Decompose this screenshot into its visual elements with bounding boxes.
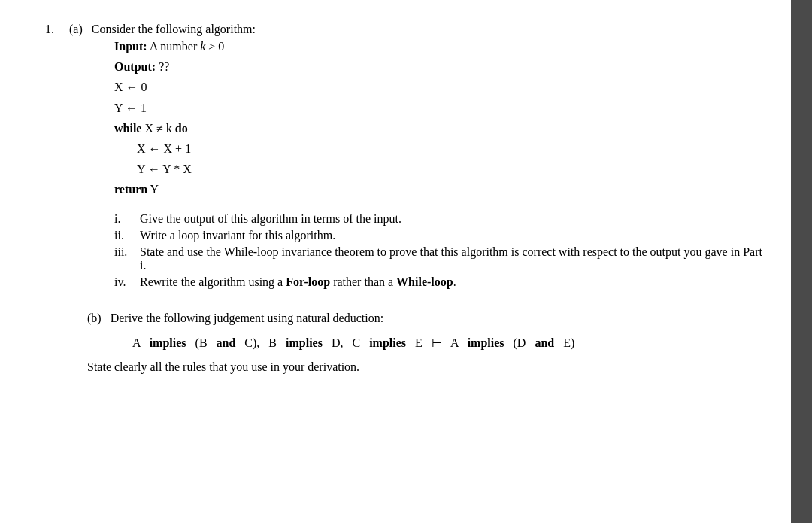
- loop-x-assign: X ← X + 1: [137, 142, 191, 155]
- part-b-title: (b) Derive the following judgement using…: [87, 312, 767, 325]
- question-content: (a) Consider the following algorithm: In…: [69, 23, 767, 374]
- j-paren1-close: C),: [244, 336, 259, 349]
- algo-return-line: return Y: [114, 179, 767, 199]
- while-loop-bold: While-loop: [396, 275, 453, 288]
- sub-q-iv-label: iv.: [114, 275, 135, 289]
- input-condition: ≥ 0: [205, 40, 224, 53]
- algo-y-assign: Y ← 1: [114, 98, 767, 118]
- algo-x-assign: X ← 0: [114, 77, 767, 97]
- part-a-label: (a) Consider the following algorithm:: [69, 23, 256, 35]
- sub-q-ii-text: Write a loop invariant for this algorith…: [140, 229, 767, 242]
- j-C: C: [352, 336, 360, 349]
- while-cond-k: k: [163, 122, 172, 135]
- for-loop-bold: For-loop: [286, 275, 330, 288]
- sub-q-iv-text: Rewrite the algorithm using a For-loop r…: [140, 275, 767, 289]
- sub-questions: i. Give the output of this algorithm in …: [114, 212, 767, 289]
- state-text: State clearly all the rules that you use…: [87, 360, 767, 374]
- sub-q-i-text: Give the output of this algorithm in ter…: [140, 212, 767, 226]
- j-implies3: implies: [369, 336, 406, 349]
- sub-q-iii-text: State and use the While-loop invariance …: [140, 245, 767, 272]
- sub-q-iii: iii. State and use the While-loop invari…: [114, 245, 767, 272]
- j-E: E: [415, 336, 423, 349]
- algo-while-line: while X ≠ k do: [114, 118, 767, 138]
- j-B: B: [268, 336, 277, 349]
- input-text: A number: [147, 40, 201, 53]
- output-label: Output:: [114, 60, 156, 73]
- question-block: 1. (a) Consider the following algorithm:…: [45, 23, 767, 374]
- algo-loop-line2: Y ← Y * X: [137, 159, 767, 179]
- sub-q-ii: ii. Write a loop invariant for this algo…: [114, 229, 767, 242]
- j-implies2: implies: [286, 336, 323, 349]
- return-var: Y: [147, 183, 159, 196]
- algo-loop-line1: X ← X + 1: [137, 138, 767, 159]
- j-implies1: implies: [150, 336, 186, 349]
- j-A2: A: [450, 336, 459, 349]
- algo-output-line: Output: ??: [114, 56, 767, 77]
- sub-q-i-label: i.: [114, 212, 135, 226]
- sub-q-ii-label: ii.: [114, 229, 135, 242]
- sub-q-iii-label: iii.: [114, 245, 135, 259]
- j-D: D,: [332, 336, 344, 349]
- sub-q-iv: iv. Rewrite the algorithm using a For-lo…: [114, 275, 767, 289]
- j-paren2-close: E): [563, 336, 574, 349]
- j-and1: and: [217, 336, 236, 349]
- algo-input-line: Input: A number k ≥ 0: [114, 36, 767, 56]
- j-paren2-open: (D: [514, 336, 526, 349]
- x-assign-text: X ← 0: [114, 81, 147, 93]
- right-sidebar: [791, 0, 812, 523]
- page-container: 1. (a) Consider the following algorithm:…: [45, 23, 767, 374]
- y-assign-text: Y ← 1: [114, 102, 147, 114]
- part-b: (b) Derive the following judgement using…: [87, 312, 767, 374]
- j-A: A: [132, 336, 141, 349]
- algorithm-block: Input: A number k ≥ 0 Output: ?? X ← 0 Y…: [114, 36, 767, 200]
- judgement-block: A implies (B and C), B implies D,: [132, 336, 767, 350]
- j-and2: and: [535, 336, 554, 349]
- loop-y-assign: Y ← Y * X: [137, 163, 192, 175]
- output-value: ??: [156, 60, 169, 73]
- j-implies4: implies: [468, 336, 504, 349]
- return-keyword: return: [114, 183, 147, 196]
- input-label: Input:: [114, 40, 147, 53]
- j-paren1-open: (B: [195, 336, 208, 349]
- question-number: 1.: [45, 23, 63, 36]
- sub-q-i: i. Give the output of this algorithm in …: [114, 212, 767, 226]
- while-do: do: [172, 122, 188, 135]
- while-cond-x: X: [141, 122, 156, 135]
- j-turnstile: ⊢: [432, 336, 442, 349]
- part-a: (a) Consider the following algorithm: In…: [69, 23, 767, 289]
- while-neq: ≠: [156, 122, 163, 135]
- while-keyword: while: [114, 122, 141, 135]
